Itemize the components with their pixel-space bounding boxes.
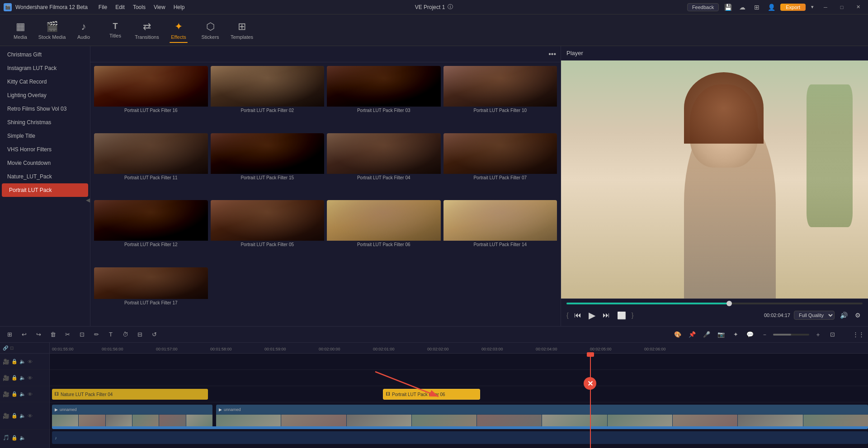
sidebar-item-vhs[interactable]: VHS Horror Filters <box>0 143 90 156</box>
effect-card-filter15[interactable]: 🔒 Portrait LUT Pack Filter 15 <box>211 133 325 198</box>
track3-mute-icon[interactable]: 🔈 <box>19 391 26 397</box>
effect-card-filter06[interactable]: 🔒 Portrait LUT Pack Filter 06 <box>327 200 441 265</box>
adjust-icon[interactable]: ⊟ <box>134 329 146 341</box>
toolbar-transitions[interactable]: ⇄ Transitions <box>131 17 163 44</box>
sidebar-item-nature-lut[interactable]: Nature_LUT_Pack <box>0 170 90 183</box>
track4-mute-icon[interactable]: 🔈 <box>19 413 26 419</box>
color-icon[interactable]: 🎨 <box>672 329 684 341</box>
effect-card-filter14[interactable]: 🔒 Portrait LUT Pack Filter 14 <box>443 200 557 265</box>
camera-icon[interactable]: 📷 <box>715 329 727 341</box>
collapse-panel-button[interactable]: ◀ <box>86 197 90 203</box>
fullscreen-button[interactable]: ⬜ <box>615 309 628 322</box>
crop-icon[interactable]: ⊡ <box>76 329 88 341</box>
player-seek-handle[interactable] <box>726 301 732 306</box>
zoom-in-icon[interactable]: ＋ <box>812 329 824 341</box>
effect-card-filter07[interactable]: 🔒 Portrait LUT Pack Filter 07 <box>443 133 557 198</box>
effect-card-filter03[interactable]: Portrait LUT Pack Filter 03 <box>327 66 441 131</box>
menu-view[interactable]: View <box>150 3 169 11</box>
track3-eye-icon[interactable]: 👁 <box>28 392 33 397</box>
sidebar-item-lighting[interactable]: Lighting Overlay <box>0 89 90 102</box>
effects-tl-icon[interactable]: ✦ <box>730 329 741 341</box>
minimize-button[interactable]: ─ <box>819 3 832 12</box>
cut-icon[interactable]: ✂ <box>61 329 73 341</box>
effect-card-filter10[interactable]: Portrait LUT Pack Filter 10 <box>443 66 557 131</box>
rotate-icon[interactable]: ↺ <box>148 329 160 341</box>
timer-icon[interactable]: ⏱ <box>119 329 131 341</box>
grid-icon[interactable]: ⊞ <box>751 2 762 13</box>
video-clip-1[interactable]: ▶ unnamed <box>52 405 212 427</box>
sidebar-item-retro-films[interactable]: Retro Films Show Vol 03 <box>0 102 90 116</box>
step-back-button[interactable]: ⏮ <box>572 309 583 321</box>
magnet-icon[interactable]: ⊡ <box>10 345 14 350</box>
save-icon[interactable]: 💾 <box>722 2 733 13</box>
pen-icon[interactable]: ✏ <box>90 329 102 341</box>
effect-card-filter12[interactable]: 🔒 Portrait LUT Pack Filter 12 <box>94 200 208 265</box>
sidebar-item-simple-title[interactable]: Simple Title <box>0 129 90 143</box>
split-icon[interactable]: ⊞ <box>4 329 15 341</box>
more-icon[interactable]: ⋮⋮ <box>853 329 864 341</box>
caption-icon[interactable]: 💬 <box>744 329 756 341</box>
zoom-slider[interactable] <box>773 334 809 336</box>
menu-edit[interactable]: Edit <box>112 3 128 11</box>
feedback-button[interactable]: Feedback <box>687 3 719 11</box>
export-button[interactable]: Export <box>780 4 806 11</box>
delete-icon[interactable]: 🗑 <box>47 329 59 341</box>
toolbar-stock-media[interactable]: 🎬 Stock Media <box>36 17 68 44</box>
more-options-icon[interactable]: ••• <box>548 50 556 58</box>
track4-eye-icon[interactable]: 👁 <box>28 413 33 419</box>
menu-help[interactable]: Help <box>170 3 189 11</box>
portrait-lut-clip[interactable]: 🎞 Portrait LUT Pack Filter 06 <box>383 389 480 400</box>
track1-eye-icon[interactable]: 👁 <box>28 359 33 364</box>
sidebar-item-movie-countdown[interactable]: Movie Countdown <box>0 156 90 170</box>
jump-end-icon[interactable]: } <box>632 312 634 319</box>
settings-icon[interactable]: ⚙ <box>853 310 863 321</box>
track2-eye-icon[interactable]: 👁 <box>28 375 33 381</box>
track2-mute-icon[interactable]: 🔈 <box>19 375 26 381</box>
step-forward-button[interactable]: ⏭ <box>601 309 612 321</box>
track2-lock-icon[interactable]: 🔒 <box>11 375 18 381</box>
audio-clip[interactable]: ♪ <box>52 431 868 444</box>
audio-lock-icon[interactable]: 🔒 <box>11 435 18 441</box>
track3-lock-icon[interactable]: 🔒 <box>11 391 18 397</box>
sidebar-item-shining[interactable]: Shining Christmas <box>0 116 90 129</box>
toolbar-templates[interactable]: ⊞ Templates <box>226 17 258 44</box>
cloud-icon[interactable]: ☁ <box>737 2 748 13</box>
maximize-button[interactable]: □ <box>835 3 848 12</box>
project-info-icon[interactable]: ⓘ <box>448 3 453 11</box>
bookmark-icon[interactable]: 📌 <box>686 329 698 341</box>
fit-icon[interactable]: ⊡ <box>826 329 838 341</box>
track1-lock-icon[interactable]: 🔒 <box>11 359 18 364</box>
sidebar-item-portrait-lut[interactable]: Portrait LUT Pack <box>2 183 88 197</box>
effect-card-filter02[interactable]: Portrait LUT Pack Filter 02 <box>211 66 325 131</box>
menu-file[interactable]: File <box>95 3 111 11</box>
sidebar-item-kitty-cat[interactable]: Kitty Cat Record <box>0 75 90 89</box>
mic-icon[interactable]: 🎤 <box>701 329 712 341</box>
audio-mute-icon[interactable]: 🔈 <box>19 435 26 441</box>
effect-card-filter16[interactable]: Portrait LUT Pack Filter 16 <box>94 66 208 131</box>
player-seek-bar[interactable] <box>566 303 863 304</box>
toolbar-media[interactable]: ▦ Media <box>5 17 36 44</box>
sidebar-item-christmas-gift[interactable]: Christmas Gift <box>0 48 90 61</box>
zoom-out-icon[interactable]: － <box>759 329 770 341</box>
text-icon[interactable]: T <box>105 329 117 341</box>
delete-clip-button[interactable]: ✕ <box>584 377 596 390</box>
effect-card-filter11[interactable]: 🔒 Portrait LUT Pack Filter 11 <box>94 133 208 198</box>
jump-start-icon[interactable]: { <box>566 312 569 319</box>
link-icon[interactable]: 🔗 <box>3 345 8 350</box>
effect-card-filter05[interactable]: 🔒 Portrait LUT Pack Filter 05 <box>211 200 325 265</box>
toolbar-stickers[interactable]: ⬡ Stickers <box>194 17 226 44</box>
sidebar-item-instagram-lut[interactable]: Instagram LUT Pack <box>0 61 90 75</box>
quality-select[interactable]: Full Quality 1/2 Quality 1/4 Quality <box>794 311 835 320</box>
track4-lock-icon[interactable]: 🔒 <box>11 413 18 419</box>
effect-card-filter04[interactable]: 🔒 Portrait LUT Pack Filter 04 <box>327 133 441 198</box>
audio-output-icon[interactable]: 🔊 <box>838 310 849 321</box>
nature-lut-clip[interactable]: 🎞 Nature LUT Pack Filter 04 <box>52 389 208 400</box>
menu-tools[interactable]: Tools <box>129 3 149 11</box>
play-button[interactable]: ▶ <box>587 308 597 322</box>
close-button[interactable]: ✕ <box>852 3 864 12</box>
undo-icon[interactable]: ↩ <box>18 329 30 341</box>
video-clip-2[interactable]: ▶ unnamed <box>216 405 868 427</box>
toolbar-effects[interactable]: ✦ Effects <box>163 17 194 44</box>
redo-icon[interactable]: ↪ <box>33 329 44 341</box>
playhead-handle[interactable] <box>587 352 594 357</box>
